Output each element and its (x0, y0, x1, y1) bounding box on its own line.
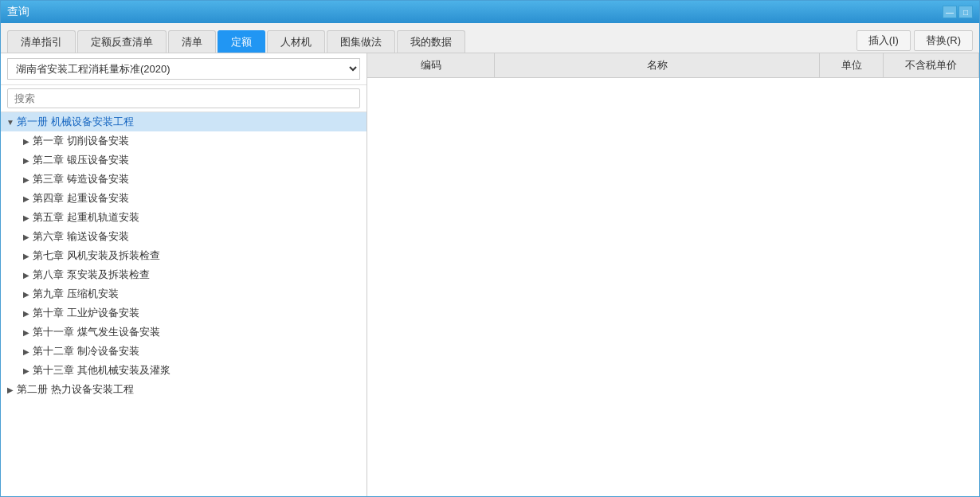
tree-item-vol2[interactable]: ▶ 第二册 热力设备安装工程 (1, 380, 367, 399)
tree-label-ch3: 第三章 铸造设备安装 (33, 172, 363, 186)
tree-item-ch7[interactable]: ▶ 第七章 风机安装及拆装检查 (1, 246, 367, 265)
toggle-ch9[interactable]: ▶ (20, 288, 33, 300)
title-bar-left: 查询 (7, 5, 29, 19)
tree-label-ch7: 第七章 风机安装及拆装检查 (33, 248, 363, 263)
tree-label-vol1: 第一册 机械设备安装工程 (17, 115, 363, 129)
search-input[interactable] (7, 88, 360, 108)
minimize-button[interactable]: — (943, 6, 957, 18)
title-bar-controls: — □ (943, 6, 973, 18)
col-header-code: 编码 (367, 53, 495, 77)
tree-label-ch2: 第二章 锻压设备安装 (33, 153, 363, 167)
tree-item-ch2[interactable]: ▶ 第二章 锻压设备安装 (1, 151, 367, 170)
tree-item-ch4[interactable]: ▶ 第四章 起重设备安装 (1, 189, 367, 208)
toggle-ch8[interactable]: ▶ (20, 268, 33, 281)
tree-label-ch1: 第一章 切削设备安装 (33, 134, 363, 148)
main-content: 湖南省安装工程消耗量标准(2020) ▼ 第一册 机械设备安装工程 ▶ 第一章 … (1, 53, 979, 496)
tab-quota[interactable]: 定额 (218, 30, 265, 53)
right-panel: 编码 名称 单位 不含税单价 (367, 53, 979, 496)
tab-list-guide[interactable]: 清单指引 (7, 30, 76, 53)
table-body (367, 78, 979, 496)
tab-bar: 清单指引 定额反查清单 清单 定额 人材机 图集做法 我的数据 插入(I) 替换… (1, 23, 979, 53)
toggle-vol1[interactable]: ▼ (4, 115, 17, 128)
tree-item-ch6[interactable]: ▶ 第六章 输送设备安装 (1, 227, 367, 246)
toggle-ch12[interactable]: ▶ (20, 345, 33, 358)
tree-item-vol1[interactable]: ▼ 第一册 机械设备安装工程 (1, 112, 367, 131)
toggle-vol2[interactable]: ▶ (4, 383, 17, 396)
table-header: 编码 名称 单位 不含税单价 (367, 53, 979, 78)
window-title: 查询 (7, 5, 29, 19)
tab-mydata[interactable]: 我的数据 (397, 30, 465, 53)
toggle-ch2[interactable]: ▶ (20, 154, 33, 166)
standard-dropdown[interactable]: 湖南省安装工程消耗量标准(2020) (7, 58, 360, 80)
tree-label-ch5: 第五章 起重机轨道安装 (33, 210, 363, 225)
tree-area[interactable]: ▼ 第一册 机械设备安装工程 ▶ 第一章 切削设备安装 ▶ 第二章 锻压设备安装 (1, 112, 367, 496)
restore-button[interactable]: □ (958, 6, 973, 18)
tree-label-ch8: 第八章 泵安装及拆装检查 (33, 268, 363, 282)
tree-label-ch4: 第四章 起重设备安装 (33, 191, 363, 205)
tree-label-vol2: 第二册 热力设备安装工程 (17, 382, 363, 397)
toggle-ch10[interactable]: ▶ (20, 307, 33, 319)
left-panel: 湖南省安装工程消耗量标准(2020) ▼ 第一册 机械设备安装工程 ▶ 第一章 … (1, 53, 367, 496)
tree-item-ch10[interactable]: ▶ 第十章 工业炉设备安装 (1, 303, 367, 323)
tree-item-ch8[interactable]: ▶ 第八章 泵安装及拆装检查 (1, 265, 367, 284)
toggle-ch13[interactable]: ▶ (20, 364, 33, 377)
tree-label-ch6: 第六章 输送设备安装 (33, 229, 363, 244)
tree-item-ch13[interactable]: ▶ 第十三章 其他机械安装及灌浆 (1, 361, 367, 380)
col-header-name: 名称 (495, 53, 820, 77)
tab-atlas[interactable]: 图集做法 (327, 30, 395, 53)
title-bar: 查询 — □ (1, 1, 979, 23)
main-window: 查询 — □ 清单指引 定额反查清单 清单 定额 人材机 图集做法 我的数据 插 (0, 0, 980, 497)
tree-label-ch9: 第九章 压缩机安装 (33, 287, 363, 301)
action-buttons: 插入(I) 替换(R) (857, 30, 973, 53)
tab-list[interactable]: 清单 (168, 30, 216, 53)
tree-label-ch12: 第十二章 制冷设备安装 (33, 344, 363, 358)
tree-item-ch9[interactable]: ▶ 第九章 压缩机安装 (1, 284, 367, 303)
toggle-ch5[interactable]: ▶ (20, 211, 33, 224)
toggle-ch11[interactable]: ▶ (20, 326, 33, 339)
toggle-ch1[interactable]: ▶ (20, 135, 33, 147)
tree-item-ch12[interactable]: ▶ 第十二章 制冷设备安装 (1, 342, 367, 361)
toggle-ch4[interactable]: ▶ (20, 192, 33, 205)
tree-label-ch11: 第十一章 煤气发生设备安装 (33, 325, 363, 339)
tree-label-ch10: 第十章 工业炉设备安装 (33, 306, 363, 320)
toggle-ch3[interactable]: ▶ (20, 173, 33, 186)
tab-quota-reverse[interactable]: 定额反查清单 (77, 30, 167, 53)
replace-button[interactable]: 替换(R) (914, 30, 973, 51)
tree-item-ch11[interactable]: ▶ 第十一章 煤气发生设备安装 (1, 323, 367, 342)
tree-item-ch5[interactable]: ▶ 第五章 起重机轨道安装 (1, 208, 367, 227)
insert-button[interactable]: 插入(I) (857, 30, 911, 51)
col-header-price: 不含税单价 (884, 53, 979, 77)
toggle-ch6[interactable]: ▶ (20, 230, 33, 243)
tree-item-ch3[interactable]: ▶ 第三章 铸造设备安装 (1, 170, 367, 189)
col-header-unit: 单位 (820, 53, 884, 77)
tab-labor[interactable]: 人材机 (267, 30, 325, 53)
tree-label-ch13: 第十三章 其他机械安装及灌浆 (33, 363, 363, 378)
search-row (1, 85, 367, 112)
dropdown-row: 湖南省安装工程消耗量标准(2020) (1, 53, 367, 85)
toggle-ch7[interactable]: ▶ (20, 249, 33, 262)
tree-item-ch1[interactable]: ▶ 第一章 切削设备安装 (1, 131, 367, 151)
